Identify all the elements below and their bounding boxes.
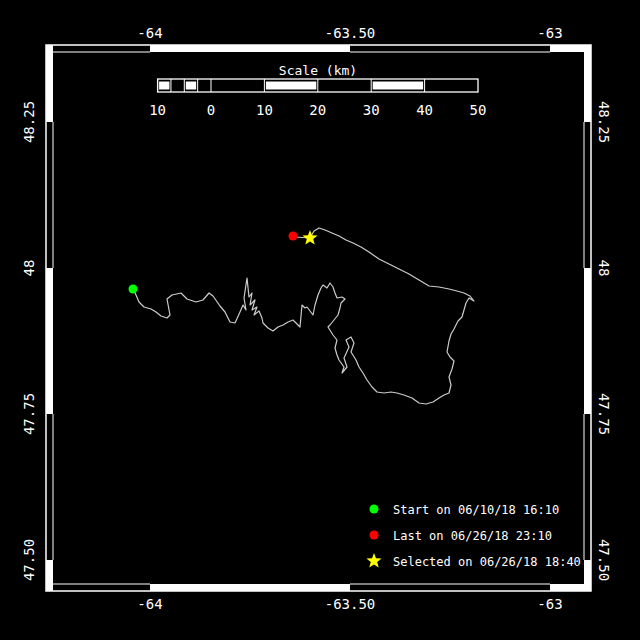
border-band-left [46, 45, 53, 122]
scale-bar-filled-segment [373, 82, 423, 90]
border-band-right [584, 45, 591, 122]
drift-track[interactable] [133, 228, 474, 404]
lat-tick-label-left: 48.25 [21, 101, 37, 143]
lat-tick-label-left: 48 [21, 260, 37, 277]
scale-bar: Scale (km)1001020304050 [149, 63, 486, 118]
last-marker[interactable] [289, 232, 298, 241]
lon-tick-label-bottom: -63.50 [325, 596, 376, 612]
border-band-bottom [150, 584, 350, 591]
track-markers[interactable] [129, 230, 318, 294]
selected-marker-star[interactable] [302, 230, 317, 245]
scale-bar-title: Scale (km) [279, 63, 357, 78]
scale-bar-tick-label: 10 [256, 102, 273, 118]
legend: Start on 06/10/18 16:10Last on 06/26/18 … [366, 503, 580, 569]
drift-track-path[interactable] [133, 228, 474, 404]
start-marker[interactable] [129, 285, 138, 294]
border-band-top [150, 45, 350, 52]
lon-tick-label-bottom: -64 [137, 596, 162, 612]
scale-bar-filled-segment [186, 82, 196, 90]
border-band-left [46, 268, 53, 414]
border-band-right [584, 268, 591, 414]
legend-selected-star-icon [366, 553, 381, 568]
scale-bar-filled-segment [159, 82, 169, 90]
scale-bar-tick-label: 30 [363, 102, 380, 118]
border-band-right [584, 560, 591, 591]
legend-last-icon [370, 531, 379, 540]
legend-label: Selected on 06/26/18 18:40 [393, 555, 581, 569]
legend-start-icon [370, 505, 379, 514]
legend-label: Last on 06/26/18 23:10 [393, 529, 552, 543]
lat-tick-label-right: 47.75 [596, 393, 612, 435]
legend-label: Start on 06/10/18 16:10 [393, 503, 559, 517]
scale-bar-tick-label: 50 [470, 102, 487, 118]
lat-tick-label-right: 48 [596, 260, 612, 277]
border-band-left [46, 560, 53, 591]
lon-tick-label-top: -63 [537, 25, 562, 41]
scale-bar-tick-label: 0 [207, 102, 215, 118]
map-plot[interactable]: -64-64-63.50-63.50-63-6348.2548.25484847… [0, 0, 640, 640]
lon-tick-label-bottom: -63 [537, 596, 562, 612]
scale-bar-tick-label: 20 [309, 102, 326, 118]
lat-tick-label-right: 47.50 [596, 539, 612, 581]
lat-tick-label-left: 47.75 [21, 393, 37, 435]
lat-tick-label-right: 48.25 [596, 101, 612, 143]
scale-bar-filled-segment [266, 82, 316, 90]
lat-tick-label-left: 47.50 [21, 539, 37, 581]
scale-bar-tick-label: 10 [149, 102, 166, 118]
scale-bar-tick-label: 40 [416, 102, 433, 118]
lon-tick-label-top: -63.50 [325, 25, 376, 41]
lon-tick-label-top: -64 [137, 25, 162, 41]
